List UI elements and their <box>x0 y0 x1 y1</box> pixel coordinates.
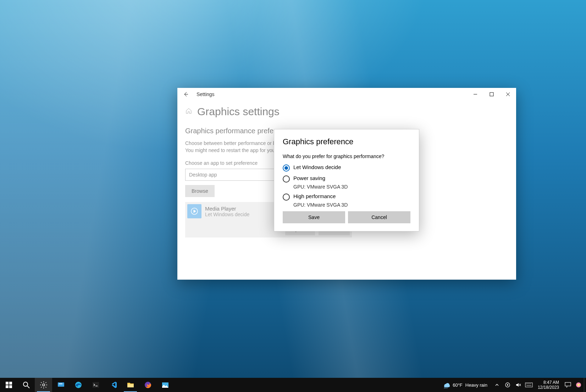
weather-temp: 60°F <box>453 382 463 388</box>
start-button[interactable] <box>0 378 17 392</box>
taskbar-app-settings[interactable] <box>35 378 52 392</box>
taskbar-app-generic1[interactable] <box>52 378 70 392</box>
save-button[interactable]: Save <box>283 211 345 223</box>
desktop: Settings Graphics settings Graphics perf… <box>0 0 586 392</box>
svg-rect-17 <box>525 383 532 387</box>
media-player-icon <box>187 204 201 218</box>
window-title: Settings <box>194 91 215 97</box>
dialog-title: Graphics preference <box>283 137 410 146</box>
weather-text: Heavy rain <box>465 382 487 388</box>
titlebar: Settings <box>177 88 516 101</box>
graphics-preference-dialog: Graphics preference What do you prefer f… <box>274 129 419 231</box>
page-title: Graphics settings <box>197 106 280 118</box>
browse-button[interactable]: Browse <box>185 185 215 197</box>
radio-sublabel: GPU: VMware SVGA 3D <box>293 202 410 208</box>
radio-let-windows-decide[interactable]: Let Windows decide <box>283 164 410 172</box>
show-desktop-button[interactable] <box>584 378 586 392</box>
taskbar-app-terminal[interactable] <box>87 378 104 392</box>
svg-point-6 <box>23 382 28 386</box>
radio-icon <box>283 175 290 183</box>
tray-meet-now-icon[interactable] <box>502 378 513 392</box>
radio-label: Power saving <box>293 175 325 181</box>
weather-rain-icon <box>442 381 450 389</box>
tray-overflow[interactable] <box>492 378 502 392</box>
app-type-select-value: Desktop app <box>189 172 217 178</box>
taskbar-app-firefox[interactable] <box>139 378 156 392</box>
svg-rect-12 <box>127 384 134 387</box>
action-center-button[interactable] <box>563 378 573 392</box>
home-icon[interactable] <box>185 107 192 116</box>
taskbar: 60°F Heavy rain 8:47 AM 12/18/2023 <box>0 378 586 392</box>
svg-point-7 <box>43 384 45 386</box>
taskbar-app-photos[interactable] <box>156 378 174 392</box>
tray-input-indicator[interactable] <box>524 378 534 392</box>
radio-power-saving[interactable]: Power saving <box>283 175 410 183</box>
svg-point-20 <box>577 384 580 386</box>
clock-date: 12/18/2023 <box>538 385 559 390</box>
app-preference: Let Windows decide <box>205 212 249 217</box>
close-button[interactable] <box>500 88 516 101</box>
app-name: Media Player <box>205 206 249 212</box>
radio-label: High performance <box>293 193 336 199</box>
taskbar-app-explorer[interactable] <box>122 378 139 392</box>
taskbar-app-edge[interactable] <box>70 378 87 392</box>
cancel-button[interactable]: Cancel <box>348 211 410 223</box>
svg-rect-18 <box>565 382 571 386</box>
svg-rect-8 <box>58 382 64 387</box>
search-button[interactable] <box>17 378 35 392</box>
radio-label: Let Windows decide <box>293 164 341 170</box>
svg-rect-0 <box>490 93 493 96</box>
svg-rect-11 <box>93 382 99 388</box>
svg-rect-2 <box>6 382 9 385</box>
taskbar-clock[interactable]: 8:47 AM 12/18/2023 <box>534 380 563 390</box>
maximize-button[interactable] <box>483 88 500 101</box>
tray-app-icon[interactable] <box>573 378 584 392</box>
minimize-button[interactable] <box>467 88 483 101</box>
svg-rect-9 <box>59 383 62 384</box>
dialog-question: What do you prefer for graphics performa… <box>283 153 410 159</box>
svg-rect-4 <box>6 385 9 388</box>
clock-time: 8:47 AM <box>538 380 559 385</box>
weather-widget[interactable]: 60°F Heavy rain <box>438 378 492 392</box>
svg-point-16 <box>507 384 508 386</box>
radio-icon <box>283 194 290 201</box>
svg-rect-3 <box>9 382 12 385</box>
back-button[interactable] <box>177 88 194 101</box>
radio-high-performance[interactable]: High performance <box>283 193 410 201</box>
taskbar-app-vscode[interactable] <box>104 378 122 392</box>
tray-volume-muted-icon[interactable] <box>513 378 524 392</box>
svg-rect-5 <box>9 385 12 388</box>
radio-icon <box>283 164 290 172</box>
radio-sublabel: GPU: VMware SVGA 3D <box>293 184 410 190</box>
